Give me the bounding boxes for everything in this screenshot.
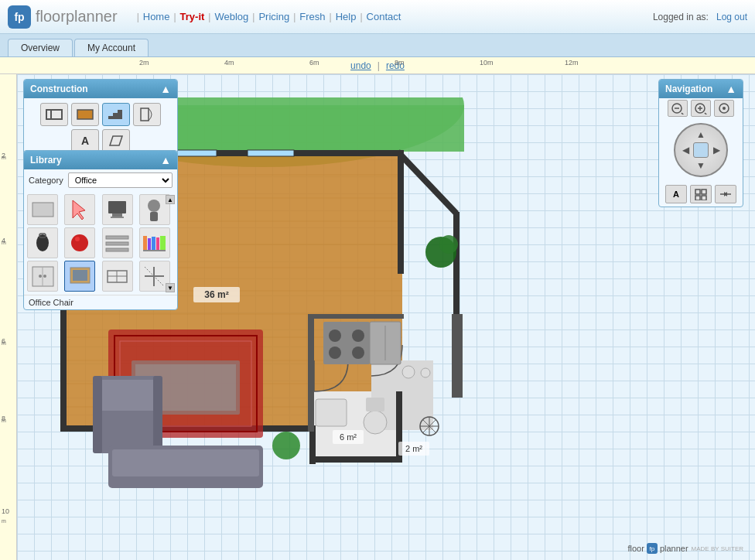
svg-rect-78: [32, 203, 53, 217]
svg-point-55: [364, 411, 387, 434]
nav-center-button[interactable]: [693, 142, 709, 158]
svg-text:6 m²: 6 m²: [340, 432, 357, 442]
library-item-picture[interactable]: [64, 261, 95, 292]
library-item-cursor[interactable]: [64, 194, 95, 225]
svg-point-69: [421, 368, 430, 377]
svg-rect-54: [316, 399, 347, 426]
watermark-sub: MADE BY SUITER: [692, 545, 743, 552]
nav-tool-grid[interactable]: [690, 185, 712, 203]
library-item-cabinet[interactable]: [27, 261, 58, 292]
svg-point-68: [402, 366, 415, 378]
library-item-desk2[interactable]: [102, 261, 133, 292]
nav-collapse-button[interactable]: ▲: [726, 83, 736, 95]
nav-contact[interactable]: Contact: [367, 11, 401, 22]
svg-rect-90: [106, 242, 128, 245]
nav-fresh[interactable]: Fresh: [299, 11, 325, 22]
nav-tool-a[interactable]: A: [665, 185, 687, 203]
floor-tool-btn[interactable]: [71, 103, 99, 126]
nav-tryit[interactable]: Try-it: [180, 11, 205, 22]
undo-button[interactable]: undo: [350, 60, 371, 71]
library-item-ball[interactable]: [64, 227, 95, 258]
tab-overview[interactable]: Overview: [8, 39, 73, 56]
svg-rect-119: [695, 190, 700, 194]
category-row: Category Office Kitchen Bathroom Bedroom…: [24, 169, 177, 191]
erase-tool-btn[interactable]: [102, 129, 130, 152]
construction-collapse-button[interactable]: ▲: [160, 83, 171, 95]
library-item-monitor[interactable]: [102, 194, 133, 225]
svg-rect-120: [702, 190, 706, 194]
svg-rect-82: [111, 217, 124, 218]
svg-rect-92: [143, 236, 147, 251]
text-tool-btn[interactable]: A: [71, 129, 99, 152]
nav-right-button[interactable]: ▶: [708, 142, 725, 159]
svg-rect-81: [112, 213, 122, 217]
svg-line-25: [398, 152, 456, 213]
svg-rect-70: [46, 110, 62, 119]
nav-home[interactable]: Home: [143, 11, 170, 22]
tabs-bar: Overview My Account: [0, 34, 755, 57]
nav-pricing[interactable]: Pricing: [258, 11, 289, 22]
ruler-12m: 12m: [565, 57, 579, 67]
zoom-fit-button[interactable]: [714, 100, 734, 117]
library-item-bag[interactable]: [27, 227, 58, 258]
svg-rect-30: [248, 150, 294, 156]
svg-rect-18: [398, 150, 404, 274]
svg-point-87: [71, 234, 88, 251]
svg-point-101: [43, 275, 46, 278]
library-scrollbar: ▲ ▼: [166, 195, 175, 292]
wall-tool-btn[interactable]: [40, 103, 68, 126]
category-select[interactable]: Office Kitchen Bathroom Bedroom Living R…: [68, 172, 173, 188]
svg-rect-76: [141, 108, 149, 121]
header: fp floorplanner | Home | Try-it | Weblog…: [0, 0, 755, 34]
svg-rect-23: [308, 314, 314, 432]
nav-help[interactable]: Help: [336, 11, 357, 22]
nav-weblog[interactable]: Weblog: [214, 11, 248, 22]
library-item-desk[interactable]: [27, 194, 58, 225]
logout-button[interactable]: Log out: [716, 12, 747, 22]
library-title: Library: [30, 155, 62, 166]
tab-my-account[interactable]: My Account: [74, 39, 149, 56]
svg-point-83: [148, 200, 160, 212]
nav-down-button[interactable]: ▼: [692, 157, 709, 174]
logo-icon: fp: [8, 5, 31, 29]
navigation-panel: Navigation ▲ ▲ ▼ ◀ ▶ A: [658, 79, 743, 207]
svg-rect-38: [93, 376, 102, 453]
svg-rect-94: [152, 237, 155, 251]
nav-left-button[interactable]: ◀: [677, 142, 694, 159]
svg-line-116: [705, 113, 707, 114]
svg-point-118: [723, 107, 726, 110]
nav-up-button[interactable]: ▲: [692, 126, 709, 143]
library-collapse-button[interactable]: ▲: [160, 154, 171, 166]
svg-rect-93: [148, 238, 151, 251]
ruler-v-10m: 10: [2, 507, 9, 515]
logo: fp floorplanner: [8, 5, 118, 29]
svg-rect-103: [73, 270, 87, 281]
ruler-8m: 8m: [395, 57, 405, 67]
svg-rect-95: [156, 237, 159, 251]
zoom-out-button[interactable]: [668, 100, 688, 117]
svg-rect-37: [97, 380, 159, 411]
library-item-shelf[interactable]: [102, 227, 133, 258]
library-scroll-down[interactable]: ▼: [166, 283, 175, 292]
svg-marker-79: [73, 200, 85, 220]
svg-rect-47: [323, 322, 370, 364]
nav-compass: ▲ ▼ ◀ ▶: [674, 123, 728, 177]
library-scroll-up[interactable]: ▲: [166, 195, 175, 204]
svg-rect-56: [366, 398, 384, 411]
zoom-in-button[interactable]: [691, 100, 711, 117]
logo-text: floorplanner: [36, 8, 118, 26]
nav-title: Navigation: [665, 84, 712, 94]
stairs-tool-btn[interactable]: [102, 103, 130, 126]
selected-item-label: Office Chair: [24, 295, 177, 309]
construction-panel: Construction ▲ A: [23, 79, 178, 158]
library-grid: [24, 191, 177, 295]
watermark: floor fp planner MADE BY SUITER: [627, 543, 743, 554]
watermark-icon: fp: [647, 543, 658, 554]
ruler-10m: 10m: [480, 57, 494, 67]
ruler-left: 2 m 4 m 6 m 8 m 10 m: [0, 74, 17, 560]
nav-tool-arrows[interactable]: [715, 185, 736, 203]
door-tool-btn[interactable]: [133, 103, 161, 126]
svg-point-49: [352, 330, 364, 342]
ruler-2m: 2m: [139, 57, 149, 67]
ruler-6m: 6m: [309, 57, 319, 67]
